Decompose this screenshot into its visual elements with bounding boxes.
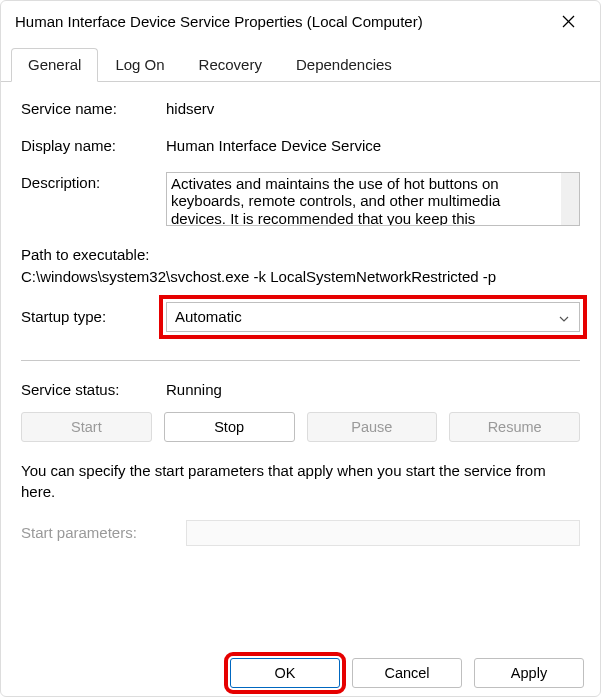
path-value: C:\windows\system32\svchost.exe -k Local…: [21, 266, 580, 288]
start-parameters-hint: You can specify the start parameters tha…: [21, 460, 580, 502]
close-button[interactable]: [550, 7, 586, 35]
description-label: Description:: [21, 172, 166, 191]
startup-type-row: Startup type: Automatic: [21, 302, 580, 332]
service-status-label: Service status:: [21, 379, 166, 398]
tab-strip: General Log On Recovery Dependencies: [1, 47, 600, 82]
apply-button[interactable]: Apply: [474, 658, 584, 688]
display-name-label: Display name:: [21, 135, 166, 154]
tab-content: Service name: hidserv Display name: Huma…: [1, 82, 600, 546]
pause-button: Pause: [307, 412, 438, 442]
service-status-row: Service status: Running: [21, 379, 580, 398]
startup-type-value: Automatic: [175, 308, 242, 325]
start-parameters-label: Start parameters:: [21, 524, 186, 541]
service-name-row: Service name: hidserv: [21, 98, 580, 117]
tab-log-on[interactable]: Log On: [98, 48, 181, 82]
path-label: Path to executable:: [21, 244, 580, 266]
start-button: Start: [21, 412, 152, 442]
start-parameters-input: [186, 520, 580, 546]
description-row: Description: Activates and maintains the…: [21, 172, 580, 226]
startup-type-label: Startup type:: [21, 308, 166, 325]
dialog-footer: OK Cancel Apply: [230, 658, 584, 688]
service-name-label: Service name:: [21, 98, 166, 117]
tab-recovery[interactable]: Recovery: [182, 48, 279, 82]
cancel-button[interactable]: Cancel: [352, 658, 462, 688]
close-icon: [562, 15, 575, 28]
titlebar: Human Interface Device Service Propertie…: [1, 1, 600, 41]
window-title: Human Interface Device Service Propertie…: [15, 13, 423, 30]
start-parameters-row: Start parameters:: [21, 520, 580, 546]
startup-type-select[interactable]: Automatic: [166, 302, 580, 332]
startup-type-highlight: Automatic: [166, 302, 580, 332]
tab-dependencies[interactable]: Dependencies: [279, 48, 409, 82]
service-status-value: Running: [166, 379, 222, 398]
description-text: Activates and maintains the use of hot b…: [167, 173, 561, 225]
ok-button[interactable]: OK: [230, 658, 340, 688]
path-block: Path to executable: C:\windows\system32\…: [21, 244, 580, 288]
properties-dialog: Human Interface Device Service Propertie…: [0, 0, 601, 697]
chevron-down-icon: [559, 308, 569, 325]
description-scrollbar[interactable]: [561, 173, 579, 225]
divider: [21, 360, 580, 361]
tab-general[interactable]: General: [11, 48, 98, 82]
service-control-buttons: Start Stop Pause Resume: [21, 412, 580, 442]
description-box: Activates and maintains the use of hot b…: [166, 172, 580, 226]
display-name-value: Human Interface Device Service: [166, 135, 381, 154]
service-name-value: hidserv: [166, 98, 214, 117]
resume-button: Resume: [449, 412, 580, 442]
display-name-row: Display name: Human Interface Device Ser…: [21, 135, 580, 154]
stop-button[interactable]: Stop: [164, 412, 295, 442]
